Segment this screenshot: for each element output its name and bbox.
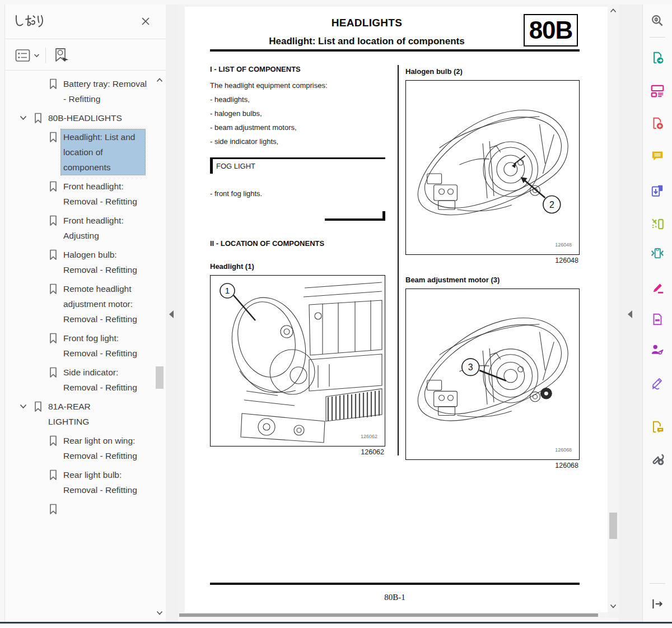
bookmark-item[interactable]: Halogen bulb: Removal - Refitting	[5, 247, 152, 277]
close-icon[interactable]	[140, 16, 151, 27]
bookmark-item[interactable]: Remote headlight adjustment motor: Remov…	[5, 281, 152, 327]
redact-button[interactable]	[646, 308, 669, 331]
scroll-up-icon[interactable]	[610, 8, 617, 13]
bookmarks-panel: しおり	[4, 4, 166, 622]
collapse-sidebar-icon[interactable]	[169, 310, 174, 318]
chevron-down-icon[interactable]	[20, 110, 29, 120]
bookmark-icon	[49, 129, 58, 143]
paragraph: The headlight equipment comprises:	[210, 81, 385, 90]
bookmarks-toolbar	[5, 40, 166, 71]
scrollbar-thumb[interactable]	[156, 366, 164, 389]
bookmark-label: 81A-REAR LIGHTING	[48, 399, 132, 429]
request-signatures-button[interactable]	[646, 339, 669, 361]
bookmark-icon	[49, 433, 58, 446]
bookmark-icon	[49, 467, 58, 481]
expand-pane-button[interactable]	[646, 593, 669, 615]
scrollbar-thumb[interactable]	[609, 513, 617, 539]
section-heading: II - LOCATION OF COMPONENTS	[210, 239, 385, 248]
bookmark-icon	[49, 365, 58, 378]
search-tool-button[interactable]	[646, 10, 669, 32]
bookmark-item[interactable]: Rear light on wing: Removal - Refitting	[5, 433, 152, 463]
bookmark-label: Front headlight: Adjusting	[63, 213, 147, 243]
create-pdf-button[interactable]	[646, 112, 669, 134]
document-horizontal-scrollbar[interactable]	[178, 612, 608, 618]
bookmark-label: Remote headlight adjustment motor: Remov…	[63, 281, 147, 327]
bookmark-item[interactable]: Battery tray: Removal - Refitting	[5, 76, 152, 106]
edit-pdf-icon	[650, 280, 665, 294]
export-pdf-button[interactable]	[646, 46, 669, 69]
export-pdf-icon	[650, 50, 665, 65]
compress-pdf-button[interactable]	[646, 242, 669, 264]
footer-rule	[210, 583, 580, 585]
request-signatures-icon	[650, 343, 665, 357]
bookmark-label: Halogen bulb: Removal - Refitting	[63, 247, 147, 277]
organize-pages-button[interactable]	[646, 80, 669, 102]
panel-title-glyphs	[13, 14, 45, 29]
create-pdf-icon	[650, 116, 665, 131]
bookmark-item[interactable]: Front fog light: Removal - Refitting	[5, 331, 152, 361]
chevron-down-icon[interactable]	[20, 399, 29, 409]
combine-files-icon	[650, 183, 665, 198]
comment-button[interactable]	[646, 145, 669, 167]
svg-text:2: 2	[549, 200, 554, 210]
section-code-box: 80B	[524, 14, 578, 46]
bookmark-item[interactable]: Front headlight: Removal - Refitting	[5, 179, 152, 209]
bookmark-icon	[49, 213, 58, 226]
figure-ref: 126048	[405, 257, 580, 264]
sidebar-scrollbar[interactable]	[155, 71, 165, 621]
rightpane-splitter[interactable]	[619, 4, 642, 622]
bookmark-label: Front fog light: Removal - Refitting	[63, 331, 147, 361]
column-divider	[398, 65, 399, 455]
svg-text:3: 3	[468, 362, 473, 372]
locate-current-bookmark-button[interactable]	[53, 46, 70, 65]
bookmark-section[interactable]: 80B-HEADLIGHTS	[5, 110, 152, 125]
combine-files-button[interactable]	[646, 179, 669, 202]
fog-light-note-title: FOG LIGHT	[216, 162, 255, 170]
bookmark-icon	[34, 110, 43, 124]
redact-icon	[650, 312, 665, 327]
edit-pdf-button[interactable]	[646, 276, 669, 298]
bookmark-item-selected[interactable]: Headlight: List and location of componen…	[5, 129, 152, 175]
bookmark-options-button[interactable]	[15, 46, 40, 65]
document-vertical-scrollbar[interactable]	[608, 4, 619, 612]
scroll-down-icon[interactable]	[156, 611, 163, 615]
compress-pdf-icon	[650, 246, 665, 260]
note-box-closing-bracket	[325, 211, 385, 221]
bookmark-item[interactable]: Rear light bulb: Removal - Refitting	[5, 467, 152, 497]
sidebar-splitter[interactable]	[166, 4, 178, 622]
figure-ref: 126068	[405, 462, 580, 469]
bookmark-section[interactable]: 81A-REAR LIGHTING	[5, 399, 152, 429]
search-icon	[650, 13, 665, 28]
list-item: - beam adjustment motors,	[210, 123, 385, 132]
figure-ref-inside: 126062	[361, 434, 377, 439]
page-header: HEADLIGHTS Headlight: List and location …	[210, 17, 524, 47]
bookmark-label: Side indicator: Removal - Refitting	[63, 365, 147, 395]
figure-ref-inside: 126068	[555, 447, 572, 453]
more-tools-icon	[650, 452, 665, 466]
scan-ocr-icon	[650, 217, 665, 231]
figure-ref: 126062	[210, 448, 385, 456]
scrollbar-thumb[interactable]	[179, 613, 598, 617]
bookmark-label: Rear light bulb: Removal - Refitting	[63, 467, 147, 497]
bookmark-item-clipped[interactable]	[5, 501, 152, 515]
bookmark-item[interactable]: Side indicator: Removal - Refitting	[5, 365, 152, 395]
bookmark-icon	[49, 76, 58, 90]
scroll-down-icon[interactable]	[610, 604, 617, 608]
bookmark-item[interactable]: Front headlight: Adjusting	[5, 213, 152, 243]
pdf-viewer-window: しおり	[0, 0, 672, 622]
bookmark-icon	[49, 179, 58, 192]
list-item: - side indicator lights,	[210, 137, 385, 146]
scroll-up-icon[interactable]	[156, 78, 163, 82]
document-comment-icon	[650, 420, 665, 434]
chevron-down-icon	[34, 53, 40, 58]
bookmark-icon	[49, 331, 58, 344]
comment-icon	[650, 148, 665, 163]
share-comments-button[interactable]	[646, 416, 669, 438]
fill-sign-button[interactable]	[646, 371, 669, 394]
svg-text:1: 1	[225, 286, 230, 295]
section-heading: I - LIST OF COMPONENTS	[210, 65, 385, 73]
scan-ocr-button[interactable]	[646, 213, 669, 235]
collapse-rightpane-icon[interactable]	[628, 310, 632, 318]
bookmark-icon	[49, 281, 58, 295]
more-tools-button[interactable]	[646, 448, 669, 470]
